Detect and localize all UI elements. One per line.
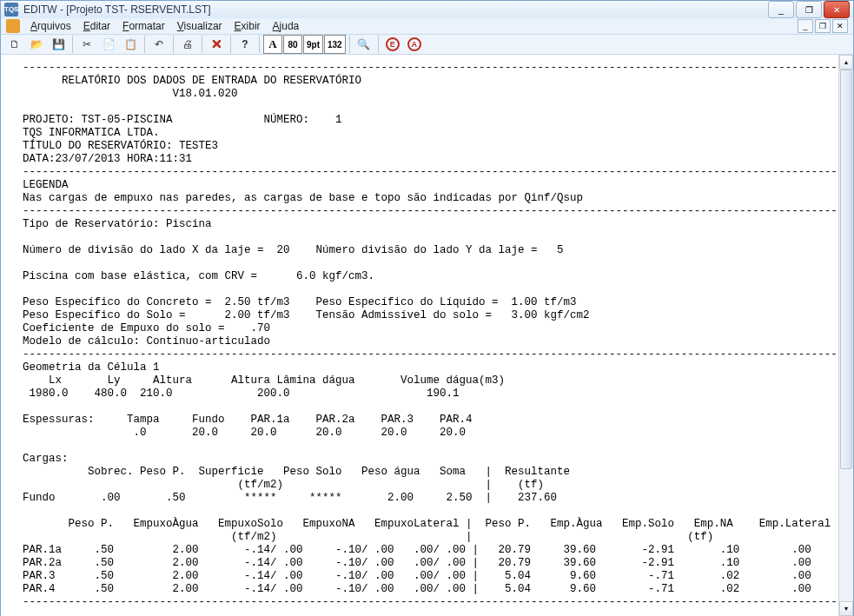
menu-arquivos[interactable]: Arquivos (25, 18, 76, 34)
mdi-minimize-button[interactable]: _ (798, 19, 813, 33)
app-icon: TQS (4, 3, 18, 17)
error-a-button[interactable]: A (404, 35, 425, 54)
error-e-button[interactable]: E (382, 35, 403, 54)
toolbar-sep (72, 36, 73, 53)
menu-exibir[interactable]: Exibir (229, 18, 266, 34)
document-text[interactable]: ----------------------------------------… (1, 55, 838, 616)
menubar: Arquivos Editar Formatar Visualizar Exib… (0, 18, 854, 34)
maximize-button[interactable]: ❐ (796, 1, 822, 18)
scrollbar-vertical[interactable]: ▴ ▾ (838, 55, 853, 616)
close-button[interactable]: ✕ (824, 1, 850, 18)
toolbar-sep (230, 36, 231, 53)
find-button[interactable]: 🔍 (354, 35, 374, 54)
toolbar-sep (173, 36, 174, 53)
toolbar-sep (144, 36, 145, 53)
toolbar-sep (349, 36, 350, 53)
open-button[interactable]: 📂 (26, 35, 47, 54)
toolbar-sep (378, 36, 379, 53)
scroll-thumb[interactable] (840, 70, 852, 469)
window-title: EDITW - [Projeto TST- RSERVENT.LST] (23, 3, 768, 16)
scroll-up-icon[interactable]: ▴ (839, 55, 853, 70)
closefile-button[interactable]: 🗙 (206, 35, 227, 54)
titlebar: TQS EDITW - [Projeto TST- RSERVENT.LST] … (0, 0, 854, 18)
minimize-button[interactable]: _ (768, 1, 794, 18)
cut-button[interactable]: ✂ (76, 35, 97, 54)
toolbar: 🗋 📂 💾 ✂ 📄 📋 ↶ 🖨 🗙 ? A 80 9pt 132 🔍 E A (0, 34, 854, 55)
circle-e-icon: E (386, 37, 400, 51)
menu-ajuda[interactable]: Ajuda (268, 18, 305, 34)
mdi-close-button[interactable]: ✕ (832, 19, 848, 33)
toolbar-sep (202, 36, 202, 53)
document-icon (6, 19, 20, 33)
scroll-down-icon[interactable]: ▾ (839, 601, 853, 616)
print-button[interactable]: 🖨 (177, 35, 198, 54)
undo-button[interactable]: ↶ (149, 35, 169, 54)
mdi-restore-button[interactable]: ❐ (815, 19, 831, 33)
paste-button[interactable]: 📋 (120, 35, 141, 54)
pt9-button[interactable]: 9pt (303, 35, 323, 54)
menu-formatar[interactable]: Formatar (117, 18, 170, 34)
window-controls: _ ❐ ✕ (768, 1, 850, 18)
cols132-button[interactable]: 132 (324, 35, 346, 54)
circle-a-icon: A (407, 37, 421, 51)
mdi-controls: _ ❐ ✕ (798, 19, 848, 33)
scroll-track[interactable] (839, 70, 853, 601)
menu-editar[interactable]: Editar (78, 18, 116, 34)
cols80-button[interactable]: 80 (283, 35, 302, 54)
new-button[interactable]: 🗋 (4, 35, 25, 54)
save-button[interactable]: 💾 (48, 35, 69, 54)
help-button[interactable]: ? (235, 35, 255, 54)
toolbar-sep (259, 36, 260, 53)
font-button[interactable]: A (263, 35, 282, 54)
menu-visualizar[interactable]: Visualizar (172, 18, 228, 34)
copy-button[interactable]: 📄 (98, 35, 119, 54)
document-frame: ----------------------------------------… (0, 55, 854, 616)
